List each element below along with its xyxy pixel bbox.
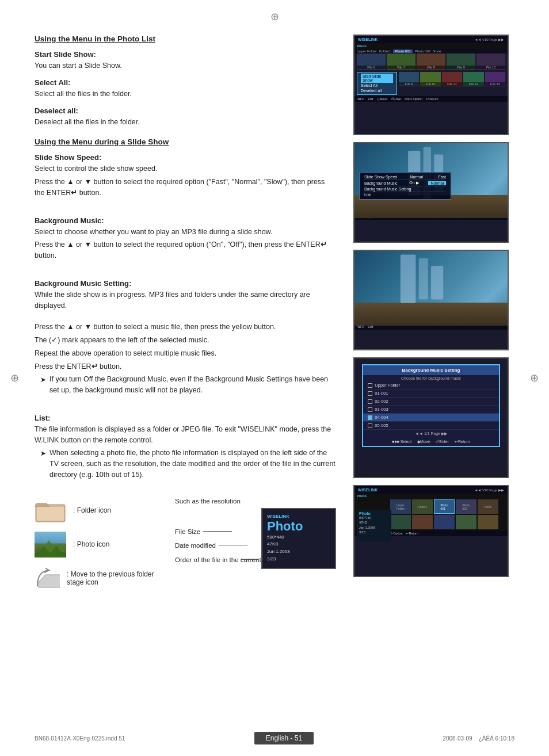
list-text1: The file information is displayed as a f… [35, 424, 336, 446]
tv-screen-3: Slide Show Speed Normal Background Music… [353, 250, 509, 350]
bgm-page-nav: ◄◄ 1/1 Page ▶▶ [363, 430, 498, 438]
photo-icon-label: : Photo icon [73, 540, 109, 548]
bottom-icons: : Folder icon [35, 498, 163, 600]
note-arrow-2: ➤ [40, 448, 46, 480]
connector-line-filesize [203, 531, 232, 532]
screen5-content: Photo 840*740 47KB Jan 1,2008 3/23 Upper… [354, 498, 508, 530]
bgm-subtitle: Choose file for background music [363, 375, 498, 381]
s5-photo2: Photo002 [456, 499, 476, 514]
wiselink-text: WISELINK [267, 514, 289, 519]
s5-folder2: Folder1 [412, 499, 433, 514]
file-size-label-row: File Size [175, 528, 258, 535]
screen5-photo-info: 840*740 47KB Jan 1,2008 3/23 [359, 516, 389, 534]
date-label-row: Date modified [175, 542, 258, 549]
s5-t3 [434, 515, 455, 529]
screen5-photo-big: Photo [359, 511, 389, 516]
section2: Using the Menu during a Slide Show Slide… [35, 138, 336, 480]
bgm-popup: Background Music Setting Choose file for… [362, 364, 500, 447]
screen5-bottom-thumbs [390, 515, 506, 529]
screen1-header: WISELINK ◄◄ V10 Page ▶▶ [354, 36, 508, 43]
folder-icon-row: : Folder icon [35, 498, 163, 524]
svg-rect-1 [37, 507, 64, 521]
bgm-checkbox-upper [368, 383, 372, 388]
date-label: Date modified [175, 542, 216, 549]
bg-music-text: Select to choose whether you want to pla… [35, 227, 336, 238]
bgm-checkbox-01 [368, 391, 372, 396]
tv-screen-2: Slide Show Speed Normal Fast Background … [353, 142, 509, 243]
s5-none: None [478, 499, 498, 514]
wiselink-header: WISELINK [267, 514, 330, 519]
thumb-5: File 10 [476, 54, 505, 70]
bgm-item-05: 05-005 [363, 422, 498, 430]
deselect-all-text: Deselect all the files in the folder. [35, 117, 336, 128]
order-label: Order of the file in the current directo… [175, 556, 238, 564]
footer-datetime: 2008-03-09 ¿ÀÊÀ 6:10:18 [443, 735, 514, 742]
screen5-page: ◄◄ V10 Page ▶▶ [474, 488, 504, 492]
screen1-grid-row1: File 6 File 7 File 8 File 9 File 10 [354, 54, 508, 71]
filesize-value: 47KB [267, 541, 330, 548]
bgm-checkbox-03 [368, 407, 372, 412]
screen5-thumbs: UpperFolder Folder1 Photo001 Photo002 No… [389, 498, 508, 530]
move-icon-label: : Move to the previous folder stage icon [67, 570, 163, 586]
thumb-3: File 8 [417, 54, 445, 70]
ss-bgm-setting-row: Background Music Setting [364, 186, 446, 192]
thumb-6: File 9 [399, 72, 419, 86]
screen1-menu: Start Slide Show Select All Deselect all [357, 72, 397, 95]
screen1-breadcrumb: Upper Folder Folder1 Photo 001 Photo 002… [354, 49, 508, 54]
right-column: WISELINK ◄◄ V10 Page ▶▶ Photo Upper Fold… [353, 35, 514, 600]
s5-t4 [456, 515, 476, 529]
screen1-page: ◄◄ V10 Page ▶▶ [474, 37, 504, 41]
select-all-text: Select all the files in the folder. [35, 89, 336, 100]
page-number-badge: English - 51 [254, 732, 314, 744]
thumb-1: File 6 [357, 54, 386, 70]
left-column: Using the Menu in the Photo List Start S… [35, 35, 336, 600]
folder-icon [35, 498, 66, 524]
screen1-grid-row2: File 9 File 10 File 11 File 12 [399, 72, 505, 86]
slide-show-speed-detail: Press the ▲ or ▼ button to select the re… [35, 177, 336, 198]
bg-music-heading: Background Music: [35, 216, 336, 225]
date-value: Jun 1.2008 [267, 548, 330, 556]
select-all-heading: Select All: [35, 78, 336, 87]
bgm-bottom-nav: ■■■ Select ◆Move ⏎Enter ↩Return [363, 438, 498, 446]
enter-key-1: ↵ [71, 189, 77, 197]
ss-bgm-row: Background Music On ▶ Normal [364, 180, 446, 186]
list-note-item: ➤ When selecting a photo file, the photo… [40, 448, 336, 480]
deselect-all-heading: Deselect all: [35, 106, 336, 115]
diagram-container: File Size Date modified Order of the fil… [175, 508, 336, 569]
s5-t2 [412, 515, 433, 529]
move-icon [35, 566, 60, 591]
menu-item-select: Select All [361, 83, 393, 88]
connector-line-date [219, 545, 247, 545]
menu-item-deselect: Deselect all [361, 88, 393, 93]
list-heading: List: [35, 414, 336, 422]
screen5-top-folders: UpperFolder Folder1 Photo001 Photo002 No… [390, 499, 506, 514]
photo-icon [35, 532, 66, 558]
bg-music-note-item: ➤ If you turn Off the Background Music, … [40, 374, 336, 396]
start-slide-show-text: You can start a Slide Show. [35, 60, 336, 71]
resolution-value: 580*440 [267, 534, 330, 541]
svg-rect-9 [419, 258, 428, 300]
bottom-section: : Folder icon [35, 498, 336, 600]
diagram-labels: File Size Date modified Order of the fil… [175, 508, 258, 564]
bg-music-setting-detail4: Press the ENTER↵ button. [35, 361, 336, 372]
bg-music-setting-text: While the slide show is in progress, MP3… [35, 289, 336, 311]
bgm-checkbox-02 [368, 399, 372, 404]
photo-big-text: Photo [267, 520, 330, 533]
bgm-popup-header: Background Music Setting [363, 365, 498, 375]
bgm-item-upper: Upper Folder [363, 381, 498, 390]
screen5-photo-label: Photo [354, 494, 508, 498]
folder-icon-label: : Folder icon [73, 506, 111, 514]
svg-rect-10 [431, 266, 443, 300]
screen1-wiselink: WISELINK [358, 37, 378, 41]
svg-rect-8 [401, 255, 416, 304]
order-value: 3/23 [267, 556, 330, 563]
bgm-item-02: 02-002 [363, 398, 498, 406]
slide-show-speed-text: Select to control the slide show speed. [35, 163, 336, 174]
page-container: Using the Menu in the Photo List Start S… [0, 0, 549, 756]
waterfall-svg-3 [354, 251, 508, 326]
photo-info-details: 580*440 47KB Jun 1.2008 3/23 [267, 534, 330, 563]
bg-music-setting-detail2: The (✓) mark appears to the left of the … [35, 335, 336, 346]
waterfall-bg-3 [354, 251, 508, 326]
enter-key-3: ↵ [92, 362, 98, 371]
s5-photo-selected: Photo001 [434, 499, 455, 514]
